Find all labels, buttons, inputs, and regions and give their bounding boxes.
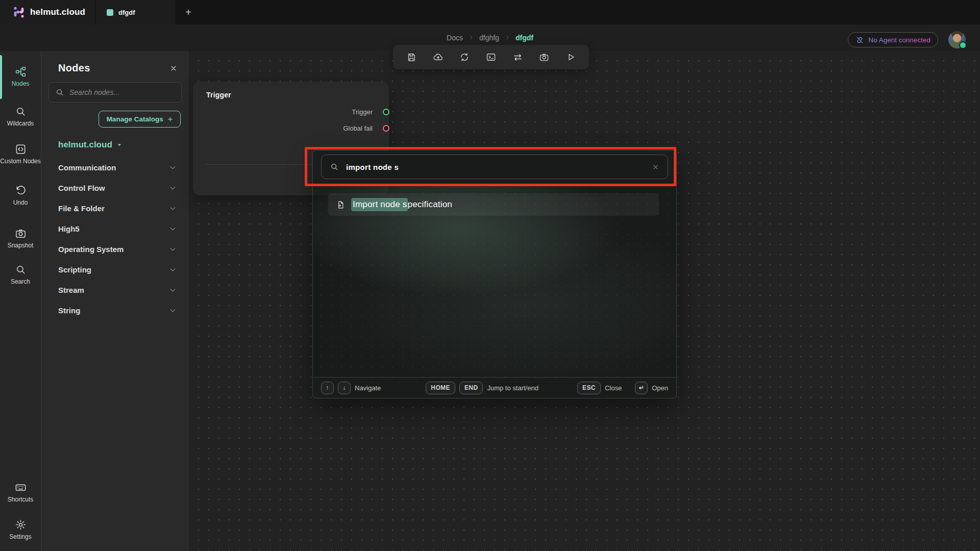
sync-icon bbox=[459, 52, 470, 62]
category-stream[interactable]: Stream bbox=[41, 280, 189, 300]
port-label-trigger: Trigger bbox=[352, 108, 373, 116]
magnifier-icon bbox=[15, 264, 27, 276]
rail-item-snapshot[interactable]: Snapshot bbox=[0, 228, 41, 249]
terminal-icon bbox=[486, 52, 496, 62]
caret-down-icon bbox=[116, 142, 122, 148]
save-button[interactable] bbox=[404, 50, 419, 64]
app-logo[interactable]: helmut.cloud bbox=[0, 0, 95, 24]
category-scripting[interactable]: Scripting bbox=[41, 259, 189, 280]
category-list: Communication Control Flow File & Folder… bbox=[41, 157, 189, 320]
snapshot-button[interactable] bbox=[537, 50, 551, 64]
arrow-up-key: ↑ bbox=[321, 382, 334, 394]
nodes-panel: Nodes Manage Catalogs + helmut.cloud Com… bbox=[41, 51, 189, 551]
left-icon-rail: Nodes Wildcards Custom Nodes Undo bbox=[0, 51, 41, 551]
navigate-hint: Navigate bbox=[355, 384, 381, 392]
home-key: HOME bbox=[426, 382, 455, 394]
rail-item-nodes[interactable]: Nodes bbox=[0, 66, 41, 88]
result-label: Import node specification bbox=[351, 199, 452, 210]
command-palette: Import node specification ↑ ↓ Navigate H… bbox=[312, 150, 677, 398]
close-hint: Close bbox=[605, 384, 622, 392]
tab-label: dfgdf bbox=[118, 9, 135, 16]
jump-hint: Jump to start/end bbox=[487, 384, 538, 392]
helmut-cloud-logo-icon bbox=[12, 6, 26, 19]
node-search-input[interactable] bbox=[48, 82, 182, 103]
category-operating-system[interactable]: Operating System bbox=[41, 239, 189, 259]
catalog-name: helmut.cloud bbox=[58, 140, 112, 150]
agent-status-badge[interactable]: No Agent connected bbox=[848, 32, 938, 47]
command-search-input[interactable] bbox=[346, 163, 649, 171]
agent-badge-label: No Agent connected bbox=[868, 36, 930, 44]
chevron-down-icon bbox=[169, 286, 177, 294]
plus-icon: + bbox=[168, 115, 173, 124]
breadcrumb-current: dfgdf bbox=[516, 34, 533, 42]
magnifier-icon bbox=[15, 106, 27, 117]
camera-icon bbox=[539, 52, 549, 62]
rail-label: Custom Nodes bbox=[0, 158, 40, 165]
tab-dfgdf[interactable]: dfgdf bbox=[95, 0, 176, 24]
rail-item-search[interactable]: Search bbox=[0, 264, 41, 286]
terminal-button[interactable] bbox=[484, 50, 498, 64]
unlink-icon bbox=[855, 36, 864, 44]
run-button[interactable] bbox=[564, 50, 578, 64]
rail-label: Undo bbox=[13, 199, 28, 207]
rail-label: Shortcuts bbox=[8, 496, 34, 504]
rail-item-wildcards[interactable]: Wildcards bbox=[0, 106, 41, 128]
chevron-down-icon bbox=[169, 266, 177, 273]
rail-label: Wildcards bbox=[7, 120, 34, 128]
breadcrumb-docs[interactable]: Docs bbox=[447, 34, 463, 42]
category-control-flow[interactable]: Control Flow bbox=[41, 178, 189, 198]
play-icon bbox=[566, 52, 576, 62]
search-icon bbox=[55, 88, 64, 97]
port-label-global-fail: Global fail bbox=[343, 124, 373, 132]
close-icon bbox=[169, 64, 178, 72]
manage-catalogs-button[interactable]: Manage Catalogs + bbox=[99, 111, 181, 128]
chevron-down-icon bbox=[169, 307, 177, 314]
user-avatar[interactable] bbox=[948, 31, 966, 48]
camera-icon bbox=[15, 228, 27, 239]
category-file-folder[interactable]: File & Folder bbox=[41, 198, 189, 218]
app-window: helmut.cloud dfgdf + Docs dfghfg dfgdf N… bbox=[0, 0, 980, 551]
graph-nodes-icon bbox=[15, 66, 27, 78]
open-hint: Open bbox=[652, 384, 668, 392]
cloud-upload-icon bbox=[433, 52, 444, 63]
output-port-global-fail[interactable] bbox=[383, 125, 389, 132]
sync-button[interactable] bbox=[457, 50, 472, 64]
node-title: Trigger bbox=[206, 91, 231, 99]
command-search bbox=[321, 155, 668, 179]
end-key: END bbox=[459, 382, 483, 394]
transfer-button[interactable] bbox=[510, 50, 525, 65]
clear-search-button[interactable] bbox=[649, 160, 668, 174]
transfer-arrows-icon bbox=[512, 52, 523, 63]
category-high5[interactable]: High5 bbox=[41, 218, 189, 239]
deploy-button[interactable] bbox=[431, 50, 446, 65]
logo-text: helmut.cloud bbox=[30, 7, 85, 17]
gear-icon bbox=[15, 519, 27, 531]
result-import-node-specification[interactable]: Import node specification bbox=[328, 193, 659, 216]
arrow-down-key: ↓ bbox=[338, 382, 351, 394]
chevron-down-icon bbox=[169, 205, 177, 212]
rail-item-shortcuts[interactable]: Shortcuts bbox=[0, 482, 41, 504]
catalog-dropdown[interactable]: helmut.cloud bbox=[41, 128, 189, 150]
rail-item-settings[interactable]: Settings bbox=[0, 519, 41, 541]
output-port-trigger[interactable] bbox=[383, 109, 389, 115]
command-palette-footer: ↑ ↓ Navigate HOME END Jump to start/end … bbox=[313, 377, 676, 398]
canvas-toolbar bbox=[393, 45, 589, 69]
category-communication[interactable]: Communication bbox=[41, 157, 189, 178]
breadcrumb-parent[interactable]: dfghfg bbox=[479, 34, 499, 42]
rail-label: Nodes bbox=[12, 81, 30, 88]
close-icon bbox=[652, 163, 659, 171]
panel-search bbox=[48, 82, 182, 103]
close-panel-button[interactable] bbox=[168, 63, 179, 73]
manage-catalogs-label: Manage Catalogs bbox=[107, 115, 163, 123]
category-string[interactable]: String bbox=[41, 300, 189, 320]
enter-key: ↵ bbox=[635, 382, 648, 394]
rail-item-undo[interactable]: Undo bbox=[0, 185, 41, 207]
rail-item-custom-nodes[interactable]: Custom Nodes bbox=[0, 143, 41, 165]
code-square-icon bbox=[15, 143, 27, 155]
chevron-down-icon bbox=[169, 164, 177, 171]
chevron-right-icon bbox=[468, 35, 474, 41]
new-tab-button[interactable]: + bbox=[176, 0, 201, 24]
rail-label: Snapshot bbox=[8, 242, 34, 249]
chevron-right-icon bbox=[504, 35, 510, 41]
file-import-icon bbox=[336, 201, 345, 209]
